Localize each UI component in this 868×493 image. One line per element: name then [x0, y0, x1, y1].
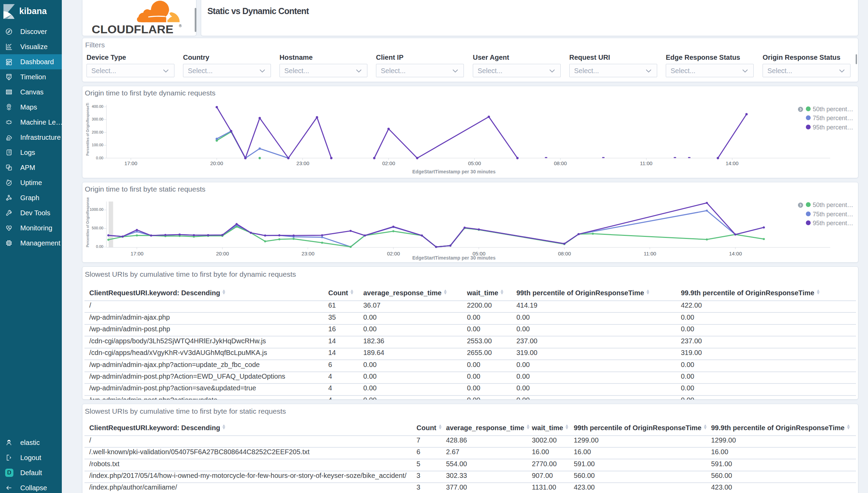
- svg-text:®: ®: [179, 24, 182, 28]
- svg-text:CLOUDFLARE: CLOUDFLARE: [92, 23, 173, 35]
